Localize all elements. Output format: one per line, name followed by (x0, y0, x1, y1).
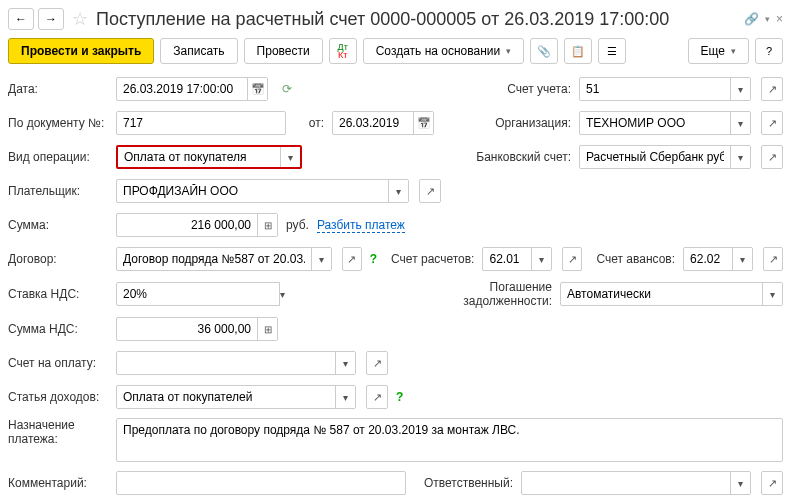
date-label: Дата: (8, 82, 108, 96)
responsible-field[interactable]: ▾ (521, 471, 751, 495)
open-button[interactable]: ↗ (761, 471, 783, 495)
open-button[interactable]: ↗ (761, 77, 783, 101)
account-label: Счет учета: (461, 82, 571, 96)
vat-rate-label: Ставка НДС: (8, 287, 108, 301)
dropdown-icon[interactable]: ▾ (730, 146, 750, 168)
calculator-icon[interactable]: ⊞ (257, 318, 277, 340)
dropdown-icon[interactable]: ▾ (762, 283, 782, 305)
purpose-field[interactable] (116, 418, 783, 462)
advance-acc-label: Счет авансов: (596, 252, 675, 266)
dt-kt-button[interactable]: ДтКт (329, 38, 357, 64)
advance-acc-field[interactable]: ▾ (683, 247, 753, 271)
purpose-label: Назначение платежа: (8, 418, 108, 446)
open-button[interactable]: ↗ (761, 145, 783, 169)
list-button[interactable]: ☰ (598, 38, 626, 64)
payer-label: Плательщик: (8, 184, 108, 198)
settle-acc-field[interactable]: ▾ (482, 247, 552, 271)
open-button[interactable]: ↗ (562, 247, 582, 271)
from-label: от: (294, 116, 324, 130)
dropdown-icon[interactable]: ▾ (730, 112, 750, 134)
bank-acc-field[interactable]: ▾ (579, 145, 751, 169)
link-icon[interactable]: 🔗 (744, 12, 759, 26)
settle-acc-label: Счет расчетов: (391, 252, 474, 266)
doc-no-field[interactable] (116, 111, 286, 135)
org-label: Организация: (461, 116, 571, 130)
open-button[interactable]: ↗ (366, 351, 388, 375)
dropdown-icon[interactable]: ▾ (280, 147, 300, 167)
sum-label: Сумма: (8, 218, 108, 232)
dropdown-icon[interactable]: ▾ (732, 248, 752, 270)
dropdown-icon[interactable]: ▾ (388, 180, 408, 202)
split-payment-link[interactable]: Разбить платеж (317, 218, 405, 233)
income-item-field[interactable]: ▾ (116, 385, 356, 409)
debt-repay-field[interactable]: ▾ (560, 282, 783, 306)
help-icon[interactable]: ? (396, 390, 403, 404)
refresh-icon[interactable]: ⟳ (282, 82, 292, 96)
help-button[interactable]: ? (755, 38, 783, 64)
window-title: Поступление на расчетный счет 0000-00000… (96, 9, 740, 30)
open-button[interactable]: ↗ (419, 179, 441, 203)
post-and-close-button[interactable]: Провести и закрыть (8, 38, 154, 64)
dropdown-icon[interactable]: ▾ (279, 283, 285, 305)
dropdown-icon[interactable]: ▾ (730, 472, 750, 494)
calendar-icon[interactable] (413, 112, 433, 134)
open-button[interactable]: ↗ (763, 247, 783, 271)
dropdown-icon[interactable]: ▾ (335, 386, 355, 408)
op-type-label: Вид операции: (8, 150, 108, 164)
dropdown-icon[interactable]: ▾ (730, 78, 750, 100)
invoice-label: Счет на оплату: (8, 356, 108, 370)
debt-repay-label: Погашение задолженности: (447, 280, 552, 308)
help-icon[interactable]: ? (370, 252, 377, 266)
doc-no-label: По документу №: (8, 116, 108, 130)
nav-forward-button[interactable]: → (38, 8, 64, 30)
more-button[interactable]: Еще (688, 38, 749, 64)
calendar-icon[interactable] (247, 78, 267, 100)
post-button[interactable]: Провести (244, 38, 323, 64)
income-item-label: Статья доходов: (8, 390, 108, 404)
payer-field[interactable]: ▾ (116, 179, 409, 203)
op-type-field[interactable]: ▾ (116, 145, 302, 169)
favorite-star-icon[interactable]: ☆ (72, 8, 88, 30)
nav-back-button[interactable]: ← (8, 8, 34, 30)
attach-button[interactable]: 📎 (530, 38, 558, 64)
dropdown-icon[interactable]: ▾ (531, 248, 551, 270)
bank-acc-label: Банковский счет: (461, 150, 571, 164)
dropdown-icon[interactable]: ▾ (335, 352, 355, 374)
account-field[interactable]: ▾ (579, 77, 751, 101)
contract-label: Договор: (8, 252, 108, 266)
responsible-label: Ответственный: (424, 476, 513, 490)
dropdown-icon[interactable]: ▾ (311, 248, 331, 270)
vat-sum-label: Сумма НДС: (8, 322, 108, 336)
create-based-button[interactable]: Создать на основании (363, 38, 525, 64)
comment-label: Комментарий: (8, 476, 108, 490)
comment-field[interactable] (116, 471, 406, 495)
write-button[interactable]: Записать (160, 38, 237, 64)
open-button[interactable]: ↗ (342, 247, 362, 271)
vat-rate-field[interactable]: ▾ (116, 282, 281, 306)
calculator-icon[interactable]: ⊞ (257, 214, 277, 236)
contract-field[interactable]: ▾ (116, 247, 332, 271)
vat-sum-field[interactable]: ⊞ (116, 317, 278, 341)
rub-label: руб. (286, 218, 309, 232)
date-field[interactable] (116, 77, 268, 101)
report-button[interactable]: 📋 (564, 38, 592, 64)
open-button[interactable]: ↗ (366, 385, 388, 409)
sum-field[interactable]: ⊞ (116, 213, 278, 237)
close-icon[interactable]: × (776, 12, 783, 26)
org-field[interactable]: ▾ (579, 111, 751, 135)
doc-date-field[interactable] (332, 111, 434, 135)
dropdown-icon[interactable]: ▾ (765, 14, 770, 24)
invoice-field[interactable]: ▾ (116, 351, 356, 375)
open-button[interactable]: ↗ (761, 111, 783, 135)
